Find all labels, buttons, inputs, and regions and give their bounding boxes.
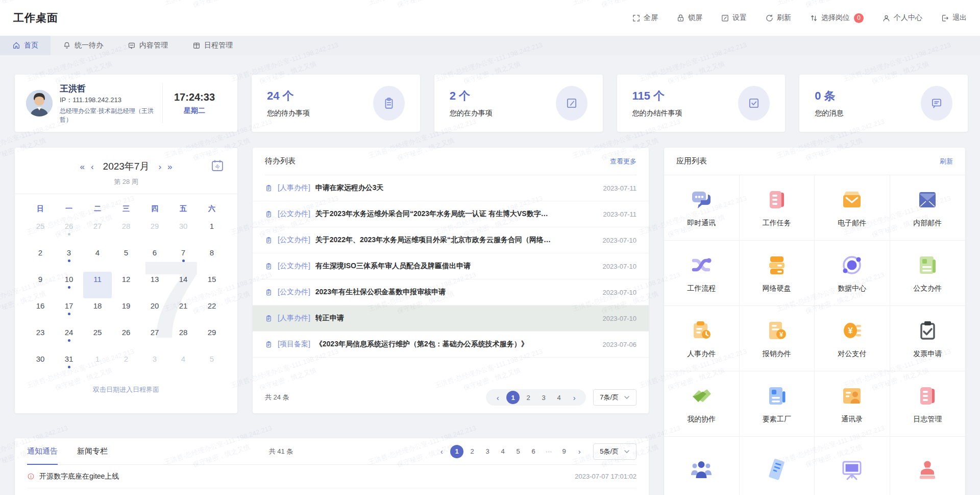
notice-item-0[interactable]: 开源数字底座在gitee上线2023-07-07 17:01:02 [27, 465, 636, 488]
calendar-day-24[interactable]: 24 [55, 325, 83, 351]
calendar-day-11[interactable]: 11 [83, 272, 112, 298]
apps-refresh-link[interactable]: 刷新 [940, 157, 953, 166]
app-电子邮件[interactable]: 电子邮件 [815, 175, 890, 241]
calendar-day-2[interactable]: 2 [26, 245, 55, 272]
calendar-day-6[interactable]: 6 [140, 245, 169, 272]
todo-item-1[interactable]: [公文办件]关于2023年水务运维外采合同“2023年水务局统一认证 有生博大V… [253, 201, 649, 227]
tab-日程管理[interactable]: 日程管理 [180, 36, 245, 55]
app-数据中心[interactable]: 数据中心 [815, 241, 890, 306]
next-page-button[interactable]: › [568, 391, 581, 404]
calendar-day-14[interactable]: 14 [169, 272, 198, 298]
page-button-2[interactable]: 2 [465, 445, 479, 458]
page-button-9[interactable]: 9 [557, 445, 571, 458]
app-工作流程[interactable]: 工作流程 [664, 241, 740, 306]
calendar-day-22[interactable]: 22 [198, 298, 226, 325]
next-year-button[interactable]: » [167, 162, 172, 171]
app-内部邮件[interactable]: 内部邮件 [890, 175, 966, 241]
page-button-1[interactable]: 1 [506, 391, 520, 404]
calendar-day-13[interactable]: 13 [140, 272, 169, 298]
app-工作任务[interactable]: 工作任务 [740, 175, 815, 241]
next-month-button[interactable]: › [158, 162, 161, 171]
calendar-day-27[interactable]: 27 [140, 325, 169, 351]
tab-统一待办[interactable]: 统一待办 [51, 36, 115, 55]
todo-view-more-link[interactable]: 查看更多 [610, 157, 636, 166]
app-日志管理[interactable]: 日志管理 [890, 371, 966, 437]
todo-item-4[interactable]: [公文办件]2023年有生社保公积金基数申报审核申请2023-07-10 [253, 279, 649, 305]
calendar-day-29[interactable]: 29 [140, 219, 169, 245]
calendar-day-26[interactable]: 26 [55, 219, 83, 245]
calendar-day-4[interactable]: 4 [169, 351, 198, 378]
calendar-day-12[interactable]: 12 [112, 272, 140, 298]
calendar-day-31[interactable]: 31 [55, 351, 83, 378]
tab-内容管理[interactable]: 内容管理 [115, 36, 180, 55]
stat-card-0[interactable]: 24 个 您的待办事项 [252, 75, 420, 132]
prev-page-button[interactable]: ‹ [491, 391, 504, 404]
todo-item-5[interactable]: [人事办件]转正申请2023-07-10 [253, 305, 649, 332]
page-button-6[interactable]: 6 [527, 445, 540, 458]
app-我的协作[interactable]: 我的协作 [664, 371, 740, 437]
header-action-switch-post[interactable]: 选择岗位0 [810, 13, 864, 23]
page-button-4[interactable]: 4 [552, 391, 566, 404]
calendar-day-28[interactable]: 28 [169, 325, 198, 351]
app-人事办件[interactable]: 人事办件 [664, 306, 740, 371]
header-action-settings[interactable]: 设置 [721, 13, 747, 22]
stat-card-3[interactable]: 0 条 您的消息 [799, 75, 968, 132]
app-要素工厂[interactable]: 要素工厂 [740, 371, 815, 437]
calendar-day-5[interactable]: 5 [198, 351, 226, 378]
calendar-day-18[interactable]: 18 [83, 298, 112, 325]
header-action-logout[interactable]: 退出 [941, 13, 967, 22]
calendar-day-1[interactable]: 1 [83, 351, 112, 378]
notice-page-size-select[interactable]: 5条/页 [593, 443, 636, 460]
page-button-5[interactable]: 5 [511, 445, 525, 458]
calendar-day-16[interactable]: 16 [26, 298, 55, 325]
app-公文办件[interactable]: 公文办件 [890, 241, 966, 306]
header-action-fullscreen[interactable]: 全屏 [632, 13, 658, 22]
page-button-4[interactable]: 4 [496, 445, 509, 458]
page-button-3[interactable]: 3 [537, 391, 550, 404]
calendar-day-30[interactable]: 30 [169, 219, 198, 245]
page-button-1[interactable]: 1 [450, 445, 463, 458]
calendar-day-30[interactable]: 30 [26, 351, 55, 378]
header-action-lock[interactable]: 锁屏 [676, 13, 702, 22]
page-button-2[interactable]: 2 [522, 391, 535, 404]
calendar-day-4[interactable]: 4 [83, 245, 112, 272]
calendar-day-15[interactable]: 15 [198, 272, 226, 298]
calendar-day-9[interactable]: 9 [26, 272, 55, 298]
calendar-day-17[interactable]: 17 [55, 298, 83, 325]
calendar-day-7[interactable]: 7 [169, 245, 198, 272]
app-发票申请[interactable]: 发票申请 [890, 306, 966, 371]
todo-page-size-select[interactable]: 7条/页 [593, 389, 636, 406]
calendar-day-23[interactable]: 23 [26, 325, 55, 351]
app-partial-0[interactable] [664, 437, 740, 495]
app-网络硬盘[interactable]: 网络硬盘 [740, 241, 815, 306]
calendar-day-19[interactable]: 19 [112, 298, 140, 325]
calendar-today-icon[interactable]: 今 [211, 159, 224, 172]
calendar-day-29[interactable]: 29 [198, 325, 226, 351]
avatar[interactable] [26, 90, 53, 116]
app-partial-2[interactable] [815, 437, 890, 495]
stat-card-1[interactable]: 2 个 您的在办事项 [434, 75, 603, 132]
calendar-day-25[interactable]: 25 [83, 325, 112, 351]
calendar-day-21[interactable]: 21 [169, 298, 198, 325]
calendar-footer-hint[interactable]: 双击日期进入日程界面 [26, 378, 226, 403]
header-action-user[interactable]: 个人中心 [882, 13, 922, 22]
app-报销办件[interactable]: ¥报销办件 [740, 306, 815, 371]
todo-item-0[interactable]: [人事办件]申请在家远程办公3天2023-07-11 [253, 175, 649, 201]
todo-item-2[interactable]: [公文办件]关于2022年、2023年水务局运维项目外采“北京市政务云服务合同（… [253, 227, 649, 253]
calendar-day-20[interactable]: 20 [140, 298, 169, 325]
calendar-day-1[interactable]: 1 [198, 219, 226, 245]
calendar-day-3[interactable]: 3 [140, 351, 169, 378]
calendar-day-5[interactable]: 5 [112, 245, 140, 272]
calendar-day-28[interactable]: 28 [112, 219, 140, 245]
app-通讯录[interactable]: 通讯录 [815, 371, 890, 437]
prev-year-button[interactable]: « [80, 162, 84, 171]
calendar-day-3[interactable]: 3 [55, 245, 83, 272]
app-partial-1[interactable] [740, 437, 815, 495]
todo-item-3[interactable]: [公文办件]有生深境ISO三体系年审人员配合及牌匾借出申请2023-07-10 [253, 253, 649, 279]
app-partial-3[interactable] [890, 437, 966, 495]
todo-item-6[interactable]: [项目备案]《2023年局信息系统运行维护（第2包：基础办公系统技术服务）》20… [253, 332, 649, 358]
calendar-day-10[interactable]: 10 [55, 272, 83, 298]
calendar-day-2[interactable]: 2 [112, 351, 140, 378]
page-button-3[interactable]: 3 [481, 445, 494, 458]
stat-card-2[interactable]: 115 个 您的办结件事项 [617, 75, 786, 132]
